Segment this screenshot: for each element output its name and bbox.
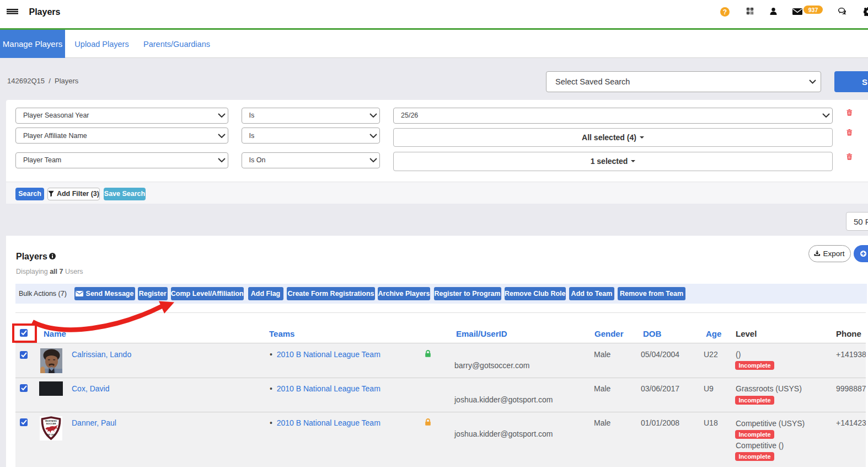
svg-text:EST 1976: EST 1976 [47, 434, 56, 436]
svg-text:?: ? [723, 8, 727, 16]
svg-text:SOCCER: SOCCER [46, 422, 56, 425]
